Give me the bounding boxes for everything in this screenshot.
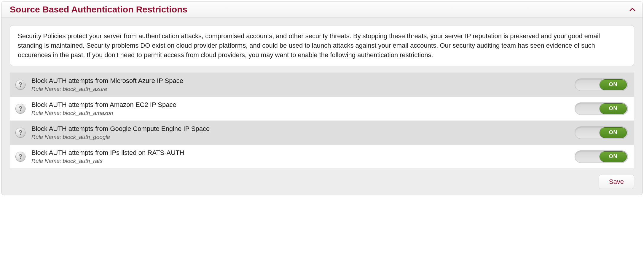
panel-header: Source Based Authentication Restrictions bbox=[1, 1, 643, 18]
panel-title: Source Based Authentication Restrictions bbox=[10, 4, 187, 15]
rule-name: Rule Name: block_auth_amazon bbox=[31, 110, 569, 116]
rule-row: ? Block AUTH attempts from Microsoft Azu… bbox=[10, 73, 634, 97]
toggle-knob-on: ON bbox=[600, 103, 627, 114]
rule-name: Rule Name: block_auth_rats bbox=[31, 158, 569, 164]
rule-toggle[interactable]: ON bbox=[575, 126, 628, 139]
rule-row: ? Block AUTH attempts from Amazon EC2 IP… bbox=[10, 97, 634, 121]
toggle-knob-on: ON bbox=[600, 151, 627, 162]
toggle-knob-on: ON bbox=[600, 127, 627, 138]
panel-footer: Save bbox=[10, 175, 634, 189]
rule-row: ? Block AUTH attempts from IPs listed on… bbox=[10, 145, 634, 168]
rule-name: Rule Name: block_auth_azure bbox=[31, 86, 569, 92]
rule-toggle[interactable]: ON bbox=[575, 150, 628, 163]
help-icon[interactable]: ? bbox=[15, 152, 25, 162]
help-icon[interactable]: ? bbox=[15, 104, 25, 114]
save-button[interactable]: Save bbox=[599, 175, 634, 189]
rule-title: Block AUTH attempts from Amazon EC2 IP S… bbox=[31, 101, 569, 109]
panel-description: Security Policies protect your server fr… bbox=[10, 25, 634, 66]
rule-row: ? Block AUTH attempts from Google Comput… bbox=[10, 121, 634, 145]
rule-title: Block AUTH attempts from Google Compute … bbox=[31, 125, 569, 133]
help-icon[interactable]: ? bbox=[15, 80, 25, 90]
rule-name: Rule Name: block_auth_google bbox=[31, 134, 569, 140]
rule-text: Block AUTH attempts from Google Compute … bbox=[31, 125, 569, 140]
rule-title: Block AUTH attempts from Microsoft Azure… bbox=[31, 77, 569, 85]
rule-text: Block AUTH attempts from Amazon EC2 IP S… bbox=[31, 101, 569, 116]
auth-restrictions-panel: Source Based Authentication Restrictions… bbox=[1, 1, 643, 195]
chevron-up-icon[interactable] bbox=[629, 6, 635, 13]
rule-toggle[interactable]: ON bbox=[575, 102, 628, 115]
panel-body: Security Policies protect your server fr… bbox=[1, 18, 643, 195]
rule-toggle[interactable]: ON bbox=[575, 78, 628, 91]
rules-list: ? Block AUTH attempts from Microsoft Azu… bbox=[10, 73, 634, 169]
toggle-knob-on: ON bbox=[600, 79, 627, 90]
rule-text: Block AUTH attempts from IPs listed on R… bbox=[31, 149, 569, 164]
help-icon[interactable]: ? bbox=[15, 128, 25, 138]
rule-text: Block AUTH attempts from Microsoft Azure… bbox=[31, 77, 569, 92]
rule-title: Block AUTH attempts from IPs listed on R… bbox=[31, 149, 569, 157]
